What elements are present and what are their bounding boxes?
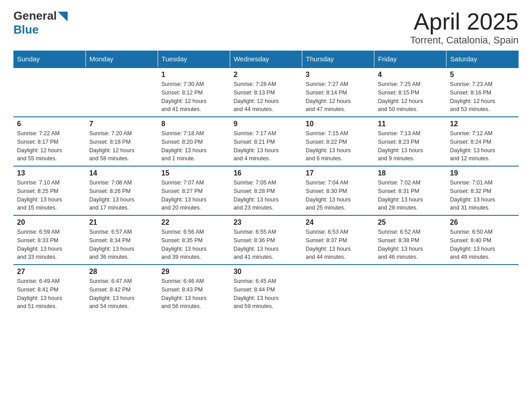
day-number: 12 — [450, 120, 515, 128]
calendar-cell: 29Sunrise: 6:46 AM Sunset: 8:43 PM Dayli… — [158, 265, 230, 314]
day-header-friday: Friday — [374, 51, 446, 68]
day-info: Sunrise: 6:59 AM Sunset: 8:33 PM Dayligh… — [17, 228, 82, 261]
calendar-cell: 13Sunrise: 7:10 AM Sunset: 8:25 PM Dayli… — [13, 166, 86, 215]
day-number: 5 — [450, 71, 515, 79]
calendar-cell: 25Sunrise: 6:52 AM Sunset: 8:38 PM Dayli… — [374, 215, 446, 265]
day-info: Sunrise: 7:22 AM Sunset: 8:17 PM Dayligh… — [17, 129, 82, 163]
day-number: 7 — [89, 120, 154, 128]
day-number: 28 — [89, 268, 154, 276]
calendar-week-row: 6Sunrise: 7:22 AM Sunset: 8:17 PM Daylig… — [13, 117, 519, 166]
day-header-saturday: Saturday — [446, 51, 519, 68]
day-info: Sunrise: 6:57 AM Sunset: 8:34 PM Dayligh… — [89, 228, 154, 261]
day-info: Sunrise: 6:46 AM Sunset: 8:43 PM Dayligh… — [161, 277, 226, 311]
calendar-cell — [13, 68, 86, 117]
day-number: 16 — [233, 169, 298, 177]
day-number: 30 — [233, 268, 298, 276]
day-info: Sunrise: 7:27 AM Sunset: 8:14 PM Dayligh… — [306, 80, 371, 114]
calendar-cell: 5Sunrise: 7:23 AM Sunset: 8:16 PM Daylig… — [446, 68, 519, 117]
day-header-sunday: Sunday — [13, 51, 86, 68]
calendar-table: SundayMondayTuesdayWednesdayThursdayFrid… — [13, 51, 519, 314]
calendar-cell: 1Sunrise: 7:30 AM Sunset: 8:12 PM Daylig… — [158, 68, 230, 117]
logo-blue: Blue — [13, 23, 39, 36]
calendar-cell: 12Sunrise: 7:12 AM Sunset: 8:24 PM Dayli… — [446, 117, 519, 166]
day-info: Sunrise: 6:50 AM Sunset: 8:40 PM Dayligh… — [450, 228, 515, 261]
day-number: 23 — [233, 218, 298, 227]
day-number: 4 — [378, 71, 443, 79]
calendar-cell: 15Sunrise: 7:07 AM Sunset: 8:27 PM Dayli… — [158, 166, 230, 215]
day-number: 18 — [378, 169, 443, 177]
day-info: Sunrise: 7:15 AM Sunset: 8:22 PM Dayligh… — [306, 129, 371, 163]
calendar-header-row: SundayMondayTuesdayWednesdayThursdayFrid… — [13, 51, 519, 68]
calendar-cell: 6Sunrise: 7:22 AM Sunset: 8:17 PM Daylig… — [13, 117, 86, 166]
day-info: Sunrise: 7:04 AM Sunset: 8:30 PM Dayligh… — [306, 179, 371, 212]
day-number: 8 — [161, 120, 226, 128]
day-number: 10 — [306, 120, 371, 128]
calendar-cell: 10Sunrise: 7:15 AM Sunset: 8:22 PM Dayli… — [302, 117, 374, 166]
day-number: 19 — [450, 169, 515, 177]
day-number: 1 — [161, 71, 226, 79]
day-info: Sunrise: 7:08 AM Sunset: 8:26 PM Dayligh… — [89, 179, 154, 212]
title-block: April 2025 Torrent, Catalonia, Spain — [410, 9, 519, 46]
calendar-week-row: 1Sunrise: 7:30 AM Sunset: 8:12 PM Daylig… — [13, 68, 519, 117]
calendar-week-row: 20Sunrise: 6:59 AM Sunset: 8:33 PM Dayli… — [13, 215, 519, 265]
day-info: Sunrise: 7:20 AM Sunset: 8:18 PM Dayligh… — [89, 129, 154, 163]
calendar-cell: 20Sunrise: 6:59 AM Sunset: 8:33 PM Dayli… — [13, 215, 86, 265]
day-info: Sunrise: 7:01 AM Sunset: 8:32 PM Dayligh… — [450, 179, 515, 212]
day-number: 27 — [17, 268, 82, 276]
day-info: Sunrise: 6:52 AM Sunset: 8:38 PM Dayligh… — [378, 228, 443, 261]
day-header-thursday: Thursday — [302, 51, 374, 68]
day-number: 22 — [161, 218, 226, 227]
day-info: Sunrise: 6:45 AM Sunset: 8:44 PM Dayligh… — [233, 277, 298, 311]
day-header-wednesday: Wednesday — [230, 51, 302, 68]
day-number: 21 — [89, 218, 154, 227]
calendar-cell: 9Sunrise: 7:17 AM Sunset: 8:21 PM Daylig… — [230, 117, 302, 166]
calendar-cell — [374, 265, 446, 314]
day-number: 26 — [450, 218, 515, 227]
day-number: 9 — [233, 120, 298, 128]
day-info: Sunrise: 7:25 AM Sunset: 8:15 PM Dayligh… — [378, 80, 443, 114]
calendar-cell: 23Sunrise: 6:55 AM Sunset: 8:36 PM Dayli… — [230, 215, 302, 265]
calendar-cell: 30Sunrise: 6:45 AM Sunset: 8:44 PM Dayli… — [230, 265, 302, 314]
day-number: 6 — [17, 120, 82, 128]
calendar-cell — [302, 265, 374, 314]
day-info: Sunrise: 7:30 AM Sunset: 8:12 PM Dayligh… — [161, 80, 226, 114]
day-header-tuesday: Tuesday — [158, 51, 230, 68]
calendar-cell: 28Sunrise: 6:47 AM Sunset: 8:42 PM Dayli… — [86, 265, 158, 314]
calendar-week-row: 27Sunrise: 6:49 AM Sunset: 8:41 PM Dayli… — [13, 265, 519, 314]
day-info: Sunrise: 6:47 AM Sunset: 8:42 PM Dayligh… — [89, 277, 154, 311]
day-info: Sunrise: 6:49 AM Sunset: 8:41 PM Dayligh… — [17, 277, 82, 311]
logo: General Blue — [13, 9, 68, 37]
calendar-cell: 26Sunrise: 6:50 AM Sunset: 8:40 PM Dayli… — [446, 215, 519, 265]
calendar-cell: 16Sunrise: 7:05 AM Sunset: 8:28 PM Dayli… — [230, 166, 302, 215]
day-info: Sunrise: 7:23 AM Sunset: 8:16 PM Dayligh… — [450, 80, 515, 114]
logo-general: General — [13, 9, 57, 23]
calendar-cell: 22Sunrise: 6:56 AM Sunset: 8:35 PM Dayli… — [158, 215, 230, 265]
calendar-cell: 4Sunrise: 7:25 AM Sunset: 8:15 PM Daylig… — [374, 68, 446, 117]
calendar-cell: 3Sunrise: 7:27 AM Sunset: 8:14 PM Daylig… — [302, 68, 374, 117]
day-info: Sunrise: 6:55 AM Sunset: 8:36 PM Dayligh… — [233, 228, 298, 261]
day-number: 11 — [378, 120, 443, 128]
day-number: 14 — [89, 169, 154, 177]
day-number: 3 — [306, 71, 371, 79]
calendar-week-row: 13Sunrise: 7:10 AM Sunset: 8:25 PM Dayli… — [13, 166, 519, 215]
calendar-cell — [86, 68, 158, 117]
day-header-monday: Monday — [86, 51, 158, 68]
day-info: Sunrise: 7:07 AM Sunset: 8:27 PM Dayligh… — [161, 179, 226, 212]
day-number: 24 — [306, 218, 371, 227]
day-number: 15 — [161, 169, 226, 177]
day-number: 13 — [17, 169, 82, 177]
day-number: 17 — [306, 169, 371, 177]
page-subtitle: Torrent, Catalonia, Spain — [410, 34, 519, 46]
calendar-cell: 17Sunrise: 7:04 AM Sunset: 8:30 PM Dayli… — [302, 166, 374, 215]
day-info: Sunrise: 6:56 AM Sunset: 8:35 PM Dayligh… — [161, 228, 226, 261]
day-info: Sunrise: 7:18 AM Sunset: 8:20 PM Dayligh… — [161, 129, 226, 163]
logo-triangle-icon — [58, 12, 68, 21]
svg-marker-0 — [58, 12, 68, 21]
day-info: Sunrise: 6:53 AM Sunset: 8:37 PM Dayligh… — [306, 228, 371, 261]
day-number: 29 — [161, 268, 226, 276]
day-info: Sunrise: 7:12 AM Sunset: 8:24 PM Dayligh… — [450, 129, 515, 163]
day-info: Sunrise: 7:10 AM Sunset: 8:25 PM Dayligh… — [17, 179, 82, 212]
page-header: General Blue April 2025 Torrent, Catalon… — [13, 9, 519, 46]
calendar-cell: 2Sunrise: 7:28 AM Sunset: 8:13 PM Daylig… — [230, 68, 302, 117]
calendar-cell: 21Sunrise: 6:57 AM Sunset: 8:34 PM Dayli… — [86, 215, 158, 265]
